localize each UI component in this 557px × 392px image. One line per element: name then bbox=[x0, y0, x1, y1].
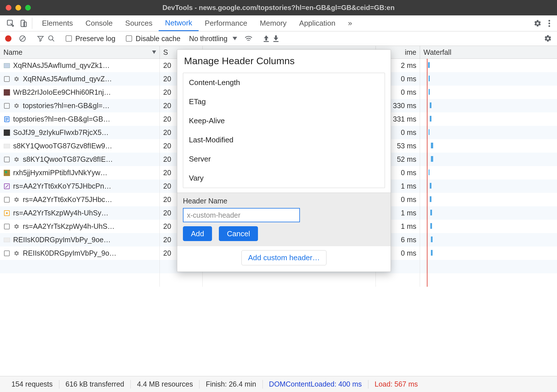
custom-header-form: Header Name Add Cancel bbox=[177, 193, 391, 246]
svg-rect-12 bbox=[4, 63, 10, 68]
download-har-icon[interactable] bbox=[273, 35, 279, 42]
request-name: rxh5jjHyxmiPPtibfIJvNkYyw… bbox=[13, 169, 108, 177]
tab-performance[interactable]: Performance bbox=[199, 15, 254, 31]
svg-rect-13 bbox=[4, 76, 9, 82]
header-list-item[interactable]: Vary bbox=[183, 169, 385, 188]
search-icon[interactable] bbox=[48, 35, 55, 42]
add-custom-header-button[interactable]: Add custom header… bbox=[241, 250, 326, 265]
svg-line-7 bbox=[20, 36, 25, 41]
header-list-item[interactable]: Last-Modified bbox=[183, 130, 385, 149]
dialog-title: Manage Header Columns bbox=[177, 50, 391, 71]
status-transferred: 616 kB transferred bbox=[59, 380, 131, 388]
inspect-element-icon[interactable] bbox=[6, 19, 15, 28]
request-name: REIIsK0DRGpyImVbPy_9o… bbox=[23, 249, 116, 257]
waterfall-bar bbox=[429, 129, 429, 135]
cell-name: rxh5jjHyxmiPPtibfIJvNkYyw… bbox=[0, 166, 160, 179]
cell-name: rs=AA2YrTsKzpWy4h-UhS… bbox=[0, 220, 160, 233]
cell-name: WrB22rIJoIoEe9CHhi60R1nj… bbox=[0, 86, 160, 99]
disable-cache-checkbox[interactable] bbox=[126, 35, 132, 42]
waterfall-bar bbox=[429, 89, 430, 95]
column-header-waterfall[interactable]: Waterfall bbox=[420, 46, 557, 58]
svg-rect-30 bbox=[4, 238, 10, 242]
tab-elements[interactable]: Elements bbox=[36, 15, 79, 31]
preserve-log-checkbox[interactable] bbox=[66, 35, 72, 42]
throttling-select[interactable]: No throttling bbox=[189, 35, 237, 43]
header-list: Content-LengthETagKeep-AliveLast-Modifie… bbox=[183, 73, 385, 188]
waterfall-bar bbox=[431, 237, 433, 242]
button-label: Cancel bbox=[227, 229, 250, 238]
cell-name: s8KY1QwooTG87Gzv8fIEw9… bbox=[0, 139, 160, 153]
settings-icon[interactable] bbox=[534, 19, 542, 27]
header-list-item[interactable]: ETag bbox=[183, 92, 385, 111]
waterfall-marker bbox=[427, 206, 427, 220]
status-domcontentloaded: DOMContentLoaded: 400 ms bbox=[263, 380, 368, 388]
cell-waterfall bbox=[420, 99, 557, 112]
header-list-item[interactable]: Content-Length bbox=[183, 73, 385, 92]
traffic-light-zoom[interactable] bbox=[25, 5, 31, 11]
traffic-light-minimize[interactable] bbox=[15, 5, 21, 11]
traffic-light-close[interactable] bbox=[6, 5, 11, 11]
device-toolbar-icon[interactable] bbox=[19, 19, 27, 28]
cell-waterfall bbox=[420, 166, 557, 179]
tab-sources[interactable]: Sources bbox=[119, 15, 159, 31]
file-type-icon bbox=[3, 116, 10, 123]
file-type-icon bbox=[3, 62, 10, 69]
status-bar: 154 requests 616 kB transferred 4.4 MB r… bbox=[0, 376, 557, 392]
table-row-empty bbox=[0, 273, 557, 287]
cancel-button[interactable]: Cancel bbox=[219, 226, 258, 241]
file-type-icon bbox=[3, 183, 10, 190]
file-type-icon bbox=[3, 76, 10, 82]
more-menu-icon[interactable] bbox=[548, 19, 551, 27]
gear-icon bbox=[13, 102, 20, 109]
waterfall-bar bbox=[430, 223, 432, 229]
file-type-icon bbox=[3, 223, 10, 230]
status-resources: 4.4 MB resources bbox=[131, 380, 199, 388]
request-name: topstories?hl=en-GB&gl=… bbox=[23, 102, 110, 110]
tabs-overflow[interactable]: » bbox=[342, 15, 358, 31]
column-label: S bbox=[163, 48, 168, 56]
cell-waterfall bbox=[420, 246, 557, 260]
cell-waterfall bbox=[420, 220, 557, 233]
network-conditions-icon[interactable] bbox=[245, 35, 253, 42]
header-name-input[interactable] bbox=[183, 208, 300, 222]
tab-label: Console bbox=[85, 19, 112, 28]
tab-network[interactable]: Network bbox=[159, 15, 198, 31]
header-list-item[interactable]: Keep-Alive bbox=[183, 111, 385, 130]
panel-tabs: Elements Console Sources Network Perform… bbox=[36, 15, 358, 31]
status-requests: 154 requests bbox=[5, 380, 59, 388]
filter-icon[interactable] bbox=[37, 35, 44, 42]
waterfall-bar bbox=[430, 210, 432, 215]
waterfall-bar bbox=[431, 143, 433, 148]
waterfall-marker bbox=[427, 112, 427, 126]
tab-label: Application bbox=[299, 19, 335, 28]
column-header-name[interactable]: Name bbox=[0, 46, 160, 58]
network-toolbar: Preserve log Disable cache No throttling bbox=[0, 31, 557, 46]
cell-waterfall bbox=[420, 126, 557, 139]
clear-icon[interactable] bbox=[19, 35, 26, 42]
waterfall-bar bbox=[430, 183, 431, 189]
svg-rect-15 bbox=[4, 103, 9, 108]
file-type-icon bbox=[3, 129, 10, 136]
waterfall-marker bbox=[427, 166, 427, 179]
manage-header-columns-dialog: Manage Header Columns Content-LengthETag… bbox=[177, 49, 391, 272]
waterfall-marker bbox=[427, 233, 427, 246]
network-settings-icon[interactable] bbox=[544, 35, 552, 43]
file-type-icon bbox=[3, 156, 10, 163]
tab-memory[interactable]: Memory bbox=[253, 15, 293, 31]
tab-application[interactable]: Application bbox=[293, 15, 342, 31]
upload-har-icon[interactable] bbox=[263, 35, 269, 42]
cell-waterfall bbox=[420, 179, 557, 193]
add-button[interactable]: Add bbox=[183, 226, 212, 241]
waterfall-bar bbox=[429, 169, 429, 175]
request-name: rs=AA2YrTt6xKoY75JHbcPn… bbox=[13, 182, 111, 190]
sort-indicator-icon bbox=[152, 50, 156, 54]
column-label: Waterfall bbox=[423, 48, 451, 56]
cell-name: topstories?hl=en-GB&gl=… bbox=[0, 99, 160, 112]
header-list-item[interactable]: Server bbox=[183, 149, 385, 169]
cell-name: SoJfJ9_9zIykuFIwxb7RjcX5… bbox=[0, 126, 160, 139]
svg-point-8 bbox=[49, 36, 53, 40]
tab-console[interactable]: Console bbox=[79, 15, 119, 31]
file-type-icon bbox=[3, 196, 10, 203]
record-button[interactable] bbox=[5, 35, 11, 42]
main-tabbar: Elements Console Sources Network Perform… bbox=[0, 15, 557, 31]
